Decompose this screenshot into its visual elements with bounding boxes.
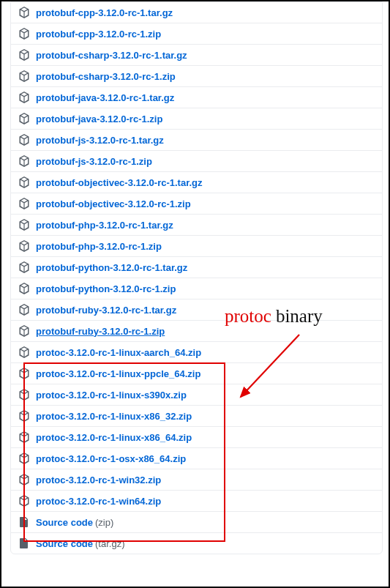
asset-link[interactable]: protobuf-cpp-3.12.0-rc-1.zip (36, 29, 161, 40)
package-icon (18, 474, 30, 485)
asset-row: protobuf-ruby-3.12.0-rc-1.tar.gz (11, 299, 382, 320)
asset-row: protoc-3.12.0-rc-1-linux-x86_64.zip (11, 426, 382, 447)
package-icon (18, 304, 30, 316)
package-icon (18, 453, 30, 464)
package-icon (18, 346, 30, 358)
asset-link[interactable]: protoc-3.12.0-rc-1-win32.zip (36, 475, 161, 485)
file-zip-icon (18, 516, 30, 528)
asset-link[interactable]: protoc-3.12.0-rc-1-linux-ppcle_64.zip (36, 368, 200, 379)
asset-row: Source code(tar.gz) (11, 532, 382, 554)
asset-link[interactable]: protobuf-python-3.12.0-rc-1.tar.gz (36, 262, 187, 273)
package-icon (18, 176, 30, 188)
asset-link[interactable]: protobuf-objectivec-3.12.0-rc-1.tar.gz (36, 177, 203, 188)
asset-link[interactable]: protoc-3.12.0-rc-1-linux-aarch_64.zip (36, 347, 201, 358)
package-icon (18, 7, 30, 18)
asset-link[interactable]: protoc-3.12.0-rc-1-linux-s390x.zip (36, 390, 187, 401)
asset-row: protobuf-objectivec-3.12.0-rc-1.tar.gz (11, 171, 382, 193)
asset-suffix: (zip) (95, 517, 113, 528)
asset-link[interactable]: protobuf-java-3.12.0-rc-1.tar.gz (36, 92, 174, 103)
asset-row: protobuf-java-3.12.0-rc-1.tar.gz (11, 86, 382, 108)
package-icon (18, 113, 30, 124)
asset-row: protobuf-php-3.12.0-rc-1.tar.gz (11, 214, 382, 235)
asset-suffix: (tar.gz) (95, 538, 124, 549)
asset-row: protoc-3.12.0-rc-1-osx-x86_64.zip (11, 447, 382, 469)
asset-link[interactable]: protobuf-ruby-3.12.0-rc-1.zip (36, 326, 165, 337)
package-icon (18, 28, 30, 40)
asset-row: protobuf-csharp-3.12.0-rc-1.tar.gz (11, 44, 382, 65)
package-icon (18, 495, 30, 507)
asset-row: protobuf-ruby-3.12.0-rc-1.zip (11, 320, 382, 341)
asset-link[interactable]: protobuf-js-3.12.0-rc-1.zip (36, 156, 152, 167)
package-icon (18, 198, 30, 209)
asset-link[interactable]: Source code (36, 538, 93, 549)
package-icon (18, 431, 30, 443)
asset-link[interactable]: protobuf-php-3.12.0-rc-1.tar.gz (36, 220, 173, 231)
asset-row: protoc-3.12.0-rc-1-linux-ppcle_64.zip (11, 362, 382, 384)
asset-row: protoc-3.12.0-rc-1-linux-aarch_64.zip (11, 341, 382, 362)
package-icon (18, 49, 30, 61)
asset-link[interactable]: protoc-3.12.0-rc-1-osx-x86_64.zip (36, 453, 186, 464)
asset-link[interactable]: Source code (36, 517, 93, 528)
asset-row: protobuf-objectivec-3.12.0-rc-1.zip (11, 193, 382, 214)
asset-link[interactable]: protoc-3.12.0-rc-1-linux-x86_64.zip (36, 432, 192, 443)
package-icon (18, 389, 30, 401)
package-icon (18, 134, 30, 146)
package-icon (18, 70, 30, 82)
asset-row: protobuf-cpp-3.12.0-rc-1.tar.gz (11, 2, 382, 23)
asset-row: protobuf-js-3.12.0-rc-1.zip (11, 150, 382, 171)
asset-row: protobuf-php-3.12.0-rc-1.zip (11, 235, 382, 256)
assets-list: protobuf-cpp-3.12.0-rc-1.tar.gzprotobuf-… (10, 1, 383, 554)
package-icon (18, 325, 30, 337)
asset-link[interactable]: protobuf-objectivec-3.12.0-rc-1.zip (36, 198, 191, 209)
package-icon (18, 261, 30, 273)
asset-link[interactable]: protobuf-python-3.12.0-rc-1.zip (36, 283, 176, 294)
asset-link[interactable]: protoc-3.12.0-rc-1-win64.zip (36, 496, 161, 507)
package-icon (18, 219, 30, 231)
asset-row: protoc-3.12.0-rc-1-linux-s390x.zip (11, 384, 382, 405)
package-icon (18, 283, 30, 294)
asset-link[interactable]: protobuf-java-3.12.0-rc-1.zip (36, 113, 162, 124)
asset-row: protoc-3.12.0-rc-1-linux-x86_32.zip (11, 405, 382, 426)
asset-row: protobuf-csharp-3.12.0-rc-1.zip (11, 65, 382, 86)
asset-link[interactable]: protoc-3.12.0-rc-1-linux-x86_32.zip (36, 411, 192, 422)
asset-row: protobuf-python-3.12.0-rc-1.zip (11, 278, 382, 299)
file-zip-icon (18, 537, 30, 549)
asset-row: protoc-3.12.0-rc-1-win64.zip (11, 490, 382, 511)
asset-link[interactable]: protobuf-php-3.12.0-rc-1.zip (36, 241, 162, 252)
package-icon (18, 410, 30, 422)
asset-row: protobuf-js-3.12.0-rc-1.tar.gz (11, 129, 382, 150)
asset-row: protoc-3.12.0-rc-1-win32.zip (11, 469, 382, 490)
package-icon (18, 368, 30, 379)
asset-row: protobuf-cpp-3.12.0-rc-1.zip (11, 23, 382, 44)
asset-row: protobuf-python-3.12.0-rc-1.tar.gz (11, 256, 382, 278)
package-icon (18, 240, 30, 252)
package-icon (18, 155, 30, 167)
asset-link[interactable]: protobuf-ruby-3.12.0-rc-1.tar.gz (36, 305, 176, 316)
asset-link[interactable]: protobuf-cpp-3.12.0-rc-1.tar.gz (36, 7, 173, 18)
asset-link[interactable]: protobuf-js-3.12.0-rc-1.tar.gz (36, 135, 164, 146)
asset-link[interactable]: protobuf-csharp-3.12.0-rc-1.tar.gz (36, 50, 187, 61)
asset-row: Source code(zip) (11, 511, 382, 532)
package-icon (18, 92, 30, 103)
asset-link[interactable]: protobuf-csharp-3.12.0-rc-1.zip (36, 71, 176, 82)
asset-row: protobuf-java-3.12.0-rc-1.zip (11, 108, 382, 129)
